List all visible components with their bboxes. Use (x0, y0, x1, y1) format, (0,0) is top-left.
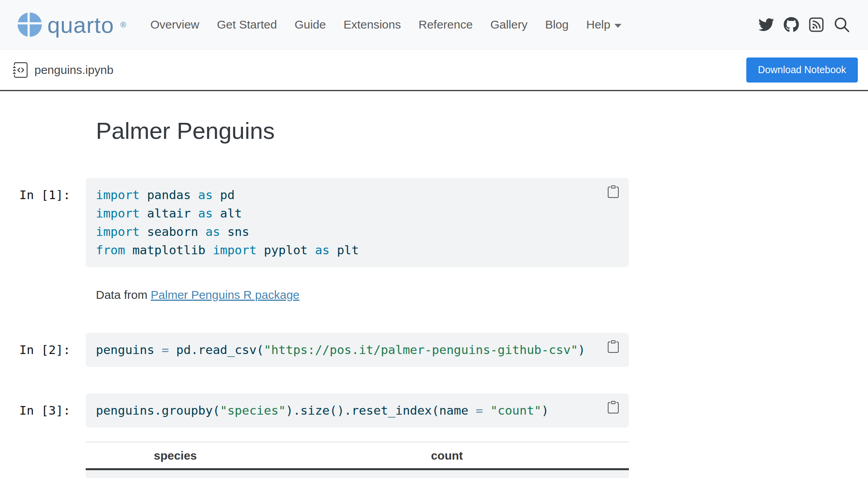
nav-link-reference[interactable]: Reference (418, 18, 472, 31)
navbar-icon-group (758, 16, 850, 33)
nav-link-overview[interactable]: Overview (150, 18, 199, 31)
rss-icon[interactable] (809, 17, 824, 32)
download-notebook-button[interactable]: Download Notebook (746, 58, 858, 83)
code-source: penguins = pd.read_csv("https://pos.it/p… (96, 341, 619, 359)
column-header-species: species (86, 442, 265, 469)
nav-link-label: Blog (545, 18, 569, 31)
quarto-globe-icon (18, 13, 42, 37)
code-block: penguins.groupby("species").size().reset… (86, 394, 629, 428)
cell-execution-label: In [3]: (0, 394, 70, 420)
nav-link-label: Help (586, 18, 610, 31)
copy-code-icon[interactable] (607, 185, 619, 199)
brand-name: quarto (47, 12, 114, 38)
copy-code-icon[interactable] (607, 401, 619, 415)
nav-link-label: Get Started (217, 18, 277, 31)
notebook-file-title: penguins.ipynb (13, 62, 113, 78)
nav-link-label: Guide (295, 18, 326, 31)
paragraph-text: Data from (96, 288, 151, 301)
markdown-paragraph: Data from Palmer Penguins R package (96, 287, 629, 303)
nav-link-blog[interactable]: Blog (545, 18, 569, 31)
nav-link-label: Extensions (344, 18, 401, 31)
cell-execution-label: In [1]: (0, 178, 70, 204)
journal-code-icon (13, 62, 29, 78)
nav-link-get-started[interactable]: Get Started (217, 18, 277, 31)
cell-execution-label: In [2]: (0, 333, 70, 359)
code-cell-2: In [2]: penguins = pd.read_csv("https://… (0, 333, 868, 367)
nav-link-label: Overview (150, 18, 199, 31)
code-block: import pandas as pdimport altair as alti… (86, 178, 629, 267)
nav-link-extensions[interactable]: Extensions (344, 18, 401, 31)
table-row (86, 469, 629, 478)
notebook-filename: penguins.ipynb (34, 63, 113, 77)
top-navbar: quarto ® OverviewGet StartedGuideExtensi… (0, 0, 868, 50)
nav-link-label: Gallery (490, 18, 528, 31)
notebook-content: Palmer Penguins In [1]: import pandas as… (0, 91, 868, 478)
nav-link-label: Reference (418, 18, 472, 31)
code-source: penguins.groupby("species").size().reset… (96, 401, 619, 420)
quarto-brand[interactable]: quarto ® (18, 12, 126, 38)
code-cell-3: In [3]: penguins.groupby("species").size… (0, 394, 868, 428)
code-source: import pandas as pdimport altair as alti… (96, 186, 619, 259)
nav-link-help[interactable]: Help (586, 18, 621, 31)
page-title: Palmer Penguins (96, 117, 629, 144)
registered-mark: ® (120, 20, 126, 29)
nav-link-guide[interactable]: Guide (295, 18, 326, 31)
nav-links: OverviewGet StartedGuideExtensionsRefere… (150, 18, 621, 31)
nav-link-gallery[interactable]: Gallery (490, 18, 528, 31)
twitter-icon[interactable] (758, 17, 774, 32)
table-header-row: species count (86, 442, 629, 469)
github-icon[interactable] (783, 17, 799, 32)
palmer-penguins-link[interactable]: Palmer Penguins R package (151, 288, 299, 301)
column-header-count: count (265, 442, 629, 469)
dataframe-output-table: species count (86, 442, 629, 478)
copy-code-icon[interactable] (607, 340, 619, 354)
notebook-file-bar: penguins.ipynb Download Notebook (0, 50, 868, 91)
code-cell-1: In [1]: import pandas as pdimport altair… (0, 178, 868, 267)
search-icon[interactable] (834, 16, 850, 33)
chevron-down-icon (614, 24, 621, 28)
code-block: penguins = pd.read_csv("https://pos.it/p… (86, 333, 629, 367)
